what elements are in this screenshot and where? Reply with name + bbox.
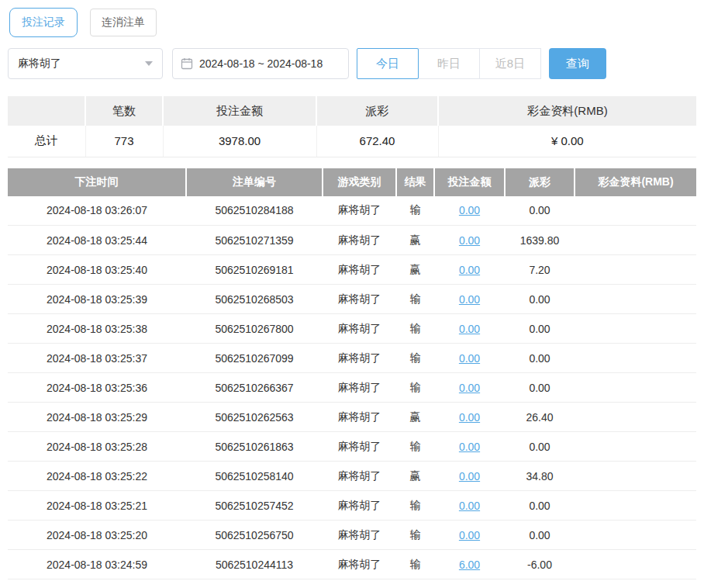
summary-total-count: 773 <box>85 126 163 157</box>
tab-betting-records[interactable]: 投注记录 <box>9 8 78 37</box>
records-tbody: 2024-08-18 03:26:07 5062510284188 麻将胡了 输… <box>8 196 696 588</box>
cell-game-type: 麻将胡了 <box>323 196 396 226</box>
cell-payout: -6.00 <box>505 579 575 588</box>
cell-game-type: 麻将胡了 <box>323 403 396 432</box>
cell-bonus <box>575 403 696 432</box>
cell-game-type: 麻将胡了 <box>323 344 396 373</box>
search-button[interactable]: 查询 <box>549 48 606 79</box>
cell-bet-time: 2024-08-18 03:24:58 <box>8 579 186 588</box>
summary-total-row: 总计 773 3978.00 672.40 ¥ 0.00 <box>8 126 696 157</box>
cell-order-id: 5062510258140 <box>186 462 323 491</box>
quick-last8days-button[interactable]: 近8日 <box>479 48 541 79</box>
cell-bonus <box>575 550 696 579</box>
bet-amount-link[interactable]: 0.00 <box>459 500 480 512</box>
cell-bet-time: 2024-08-18 03:25:29 <box>8 403 186 432</box>
bet-amount-link[interactable]: 0.00 <box>459 204 480 216</box>
cell-payout: 0.00 <box>505 196 575 226</box>
cell-bonus <box>575 196 696 226</box>
table-row: 2024-08-18 03:25:36 5062510266367 麻将胡了 输… <box>8 373 696 403</box>
header-game-type: 游戏类别 <box>323 168 396 196</box>
date-range-value: 2024-08-18 ~ 2024-08-18 <box>199 57 323 70</box>
cell-bet-amount: 0.00 <box>434 491 505 521</box>
bet-amount-link[interactable]: 0.00 <box>459 470 480 483</box>
cell-game-type: 麻将胡了 <box>323 462 396 491</box>
calendar-icon <box>181 57 193 70</box>
date-range-picker[interactable]: 2024-08-18 ~ 2024-08-18 <box>172 48 349 79</box>
bet-amount-link[interactable]: 0.00 <box>459 382 480 394</box>
summary-header-empty <box>8 96 85 126</box>
cell-bet-amount: 0.00 <box>434 462 505 491</box>
cell-bet-amount: 0.00 <box>434 373 505 403</box>
table-row: 2024-08-18 03:25:37 5062510267099 麻将胡了 输… <box>8 344 696 373</box>
bet-amount-link[interactable]: 0.00 <box>459 529 480 541</box>
summary-header-row: 笔数 投注金额 派彩 彩金资料(RMB) <box>8 96 696 126</box>
table-row: 2024-08-18 03:25:44 5062510271359 麻将胡了 赢… <box>8 226 696 255</box>
cell-game-type: 麻将胡了 <box>323 255 396 285</box>
cell-payout: 0.00 <box>505 344 575 373</box>
summary-total-bet-amount: 3978.00 <box>163 126 316 157</box>
cell-order-id: 5062510256750 <box>186 521 323 550</box>
cell-payout: 26.40 <box>505 403 575 432</box>
cell-payout: 34.80 <box>505 462 575 491</box>
cell-bet-amount: 0.00 <box>434 314 505 344</box>
cell-game-type: 麻将胡了 <box>323 550 396 579</box>
bet-amount-link[interactable]: 0.00 <box>459 441 480 453</box>
cell-bet-amount: 0.00 <box>434 432 505 462</box>
cell-bonus <box>575 579 696 588</box>
game-select[interactable]: 麻将胡了 <box>8 48 163 79</box>
cell-game-type: 麻将胡了 <box>323 285 396 314</box>
cell-bet-amount: 6.00 <box>434 579 505 588</box>
bet-amount-link[interactable]: 0.00 <box>459 323 480 335</box>
summary-header-count: 笔数 <box>85 96 163 126</box>
summary-total-bonus: ¥ 0.00 <box>438 126 696 157</box>
cell-result: 输 <box>396 373 434 403</box>
cell-bet-time: 2024-08-18 03:24:59 <box>8 550 186 579</box>
cell-order-id: 5062510266367 <box>186 373 323 403</box>
cell-bonus <box>575 226 696 255</box>
cell-bet-amount: 0.00 <box>434 255 505 285</box>
cell-payout: -6.00 <box>505 550 575 579</box>
bet-amount-link[interactable]: 0.00 <box>459 411 480 424</box>
cell-bet-amount: 6.00 <box>434 550 505 579</box>
cell-payout: 0.00 <box>505 314 575 344</box>
cell-payout: 0.00 <box>505 432 575 462</box>
cell-bet-amount: 0.00 <box>434 285 505 314</box>
header-bonus: 彩金资料(RMB) <box>575 168 696 196</box>
cell-result: 输 <box>396 344 434 373</box>
cell-bet-time: 2024-08-18 03:25:36 <box>8 373 186 403</box>
bet-amount-link[interactable]: 0.00 <box>459 234 480 247</box>
bet-amount-link[interactable]: 0.00 <box>459 352 480 365</box>
cell-order-id: 5062510267099 <box>186 344 323 373</box>
summary-header-payout: 派彩 <box>316 96 438 126</box>
header-order-id: 注单编号 <box>186 168 323 196</box>
quick-yesterday-button[interactable]: 昨日 <box>418 48 480 79</box>
bet-amount-link[interactable]: 0.00 <box>459 293 480 306</box>
cell-game-type: 麻将胡了 <box>323 579 396 588</box>
table-row: 2024-08-18 03:25:38 5062510267800 麻将胡了 输… <box>8 314 696 344</box>
cell-game-type: 麻将胡了 <box>323 521 396 550</box>
cell-result: 输 <box>396 196 434 226</box>
cell-payout: 7.20 <box>505 255 575 285</box>
cell-bet-amount: 0.00 <box>434 196 505 226</box>
cell-result: 赢 <box>396 403 434 432</box>
cell-order-id: 5062510262563 <box>186 403 323 432</box>
header-result: 结果 <box>396 168 434 196</box>
table-row: 2024-08-18 03:25:39 5062510268503 麻将胡了 输… <box>8 285 696 314</box>
cell-payout: 0.00 <box>505 521 575 550</box>
table-row: 2024-08-18 03:25:40 5062510269181 麻将胡了 赢… <box>8 255 696 285</box>
quick-date-group: 今日 昨日 近8日 <box>357 48 541 79</box>
cell-bet-time: 2024-08-18 03:25:21 <box>8 491 186 521</box>
table-row: 2024-08-18 03:24:59 5062510244113 麻将胡了 输… <box>8 550 696 579</box>
cell-order-id: 5062510284188 <box>186 196 323 226</box>
cell-bonus <box>575 373 696 403</box>
tabs-row: 投注记录 连消注单 <box>9 8 696 37</box>
table-row: 2024-08-18 03:25:29 5062510262563 麻将胡了 赢… <box>8 403 696 432</box>
bet-amount-link[interactable]: 6.00 <box>459 559 480 571</box>
bet-amount-link[interactable]: 0.00 <box>459 264 480 276</box>
cell-bet-amount: 0.00 <box>434 226 505 255</box>
cell-result: 赢 <box>396 462 434 491</box>
tab-cancelled-orders[interactable]: 连消注单 <box>90 9 157 36</box>
cell-order-id: 5062510243094 <box>186 579 323 588</box>
cell-bet-time: 2024-08-18 03:25:39 <box>8 285 186 314</box>
quick-today-button[interactable]: 今日 <box>357 48 419 79</box>
